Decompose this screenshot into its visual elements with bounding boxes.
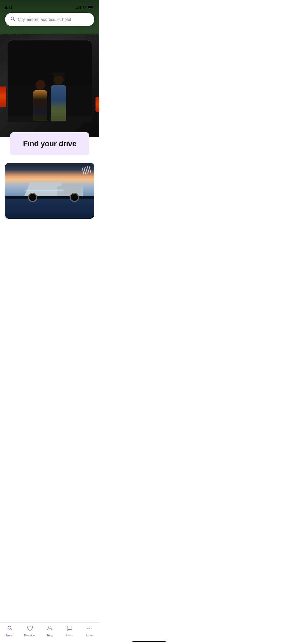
search-bar[interactable]: City, airport, address, or hotel [5, 13, 94, 26]
wheel-front [28, 193, 37, 202]
cybertruck-bed [57, 186, 83, 196]
section-gap [0, 155, 99, 163]
signal-icon [76, 6, 81, 9]
cybertruck-vehicle [14, 182, 85, 202]
status-bar: 9:41 [0, 0, 99, 11]
cybertruck-card[interactable] [5, 163, 94, 219]
search-bar-container: City, airport, address, or hotel [5, 13, 94, 26]
wifi-icon [82, 5, 86, 10]
battery-icon [88, 6, 94, 9]
status-time: 9:41 [5, 5, 12, 10]
cybertruck-water [5, 199, 94, 219]
main-content: Find your drive [0, 0, 99, 244]
wheel-rear [70, 193, 79, 202]
search-bar-icon [10, 16, 15, 23]
status-icons [76, 5, 94, 10]
find-drive-text: Find your drive [23, 139, 76, 148]
find-drive-banner: Find your drive [10, 132, 89, 155]
search-placeholder: City, airport, address, or hotel [18, 17, 71, 22]
cybertruck-inner [5, 163, 94, 219]
cybertruck-light-strip [25, 191, 64, 191]
